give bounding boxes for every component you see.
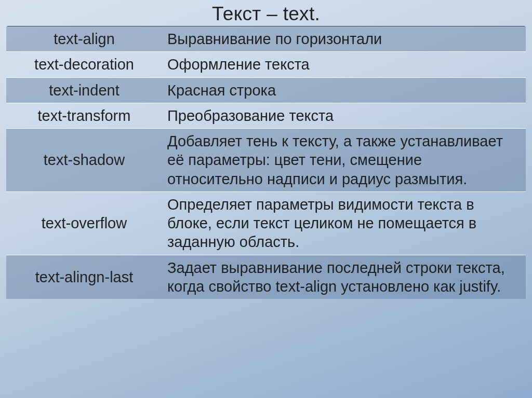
property-name: text-align [6,26,162,52]
property-name: text-transform [6,103,162,128]
table-body: text-align Выравнивание по горизонтали t… [6,26,526,299]
property-desc: Добавляет тень к тексту, а также устанав… [162,129,526,192]
table-row: text-transform Преобразование текста [6,103,526,128]
slide: Текст – text. text-align Выравнивание по… [0,0,532,398]
property-desc: Преобразование текста [162,103,526,128]
property-desc: Задает выравнивание последней строки тек… [162,255,526,299]
property-name: text-alingn-last [6,255,162,299]
table-row: text-overflow Определяет параметры видим… [6,191,526,255]
property-name: text-overflow [6,191,162,255]
property-desc: Выравнивание по горизонтали [162,26,526,52]
property-name: text-indent [6,77,162,103]
property-desc: Красная строка [162,77,526,103]
property-name: text-decoration [6,52,162,77]
property-name: text-shadow [6,129,162,192]
table-row: text-indent Красная строка [6,77,526,103]
slide-title: Текст – text. [7,0,525,26]
property-desc: Определяет параметры видимости текста в … [162,191,526,255]
table-row: text-align Выравнивание по горизонтали [6,26,526,52]
properties-table: text-align Выравнивание по горизонтали t… [6,26,526,299]
table-row: text-shadow Добавляет тень к тексту, а т… [6,129,526,192]
property-desc: Оформление текста [162,52,526,77]
table-row: text-decoration Оформление текста [6,52,526,77]
table-row: text-alingn-last Задает выравнивание пос… [6,255,526,299]
